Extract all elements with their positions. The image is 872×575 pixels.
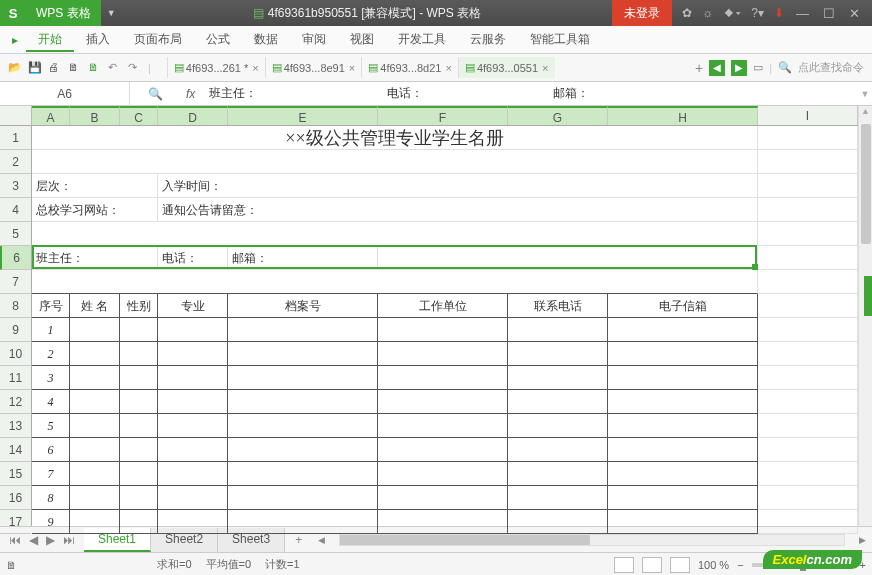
save-icon[interactable]: 💾 bbox=[28, 61, 42, 75]
col-header-I[interactable]: I bbox=[758, 106, 858, 125]
tab-prev-button[interactable]: ◀ bbox=[709, 60, 725, 76]
cell[interactable] bbox=[120, 438, 158, 462]
select-all-corner[interactable] bbox=[0, 106, 32, 126]
cell[interactable] bbox=[508, 366, 608, 390]
tab-list-button[interactable]: ▭ bbox=[753, 61, 763, 74]
cell[interactable] bbox=[158, 342, 228, 366]
cell[interactable] bbox=[228, 414, 378, 438]
sheet-split-icon[interactable]: ◀ bbox=[312, 535, 331, 545]
cell[interactable] bbox=[228, 486, 378, 510]
cell[interactable] bbox=[378, 318, 508, 342]
col-header-A[interactable]: A bbox=[32, 106, 70, 125]
cell[interactable] bbox=[508, 486, 608, 510]
redo-icon[interactable]: ↷ bbox=[128, 61, 142, 75]
doc-tab-close-icon[interactable]: × bbox=[349, 62, 355, 74]
menu-tab-3[interactable]: 公式 bbox=[194, 28, 242, 50]
cell[interactable] bbox=[508, 510, 608, 534]
menu-tab-7[interactable]: 开发工具 bbox=[386, 28, 458, 50]
row-header-5[interactable]: 5 bbox=[0, 222, 31, 246]
row-header-7[interactable]: 7 bbox=[0, 270, 31, 294]
cell[interactable]: 9 bbox=[32, 510, 70, 534]
export-icon[interactable]: 🗎 bbox=[88, 61, 102, 75]
skin-icon[interactable]: ✿ bbox=[682, 6, 692, 20]
cell[interactable] bbox=[758, 414, 858, 438]
name-box[interactable]: A6 bbox=[0, 82, 130, 106]
doc-tab-2[interactable]: ▤4f693...8d21× bbox=[361, 57, 458, 78]
cell[interactable]: 7 bbox=[32, 462, 70, 486]
wps-menu-icon[interactable]: ▸ bbox=[6, 33, 24, 47]
cell[interactable] bbox=[228, 366, 378, 390]
zoom-out-button[interactable]: − bbox=[737, 559, 743, 571]
maximize-button[interactable]: ☐ bbox=[821, 6, 837, 21]
cell[interactable] bbox=[158, 486, 228, 510]
cell[interactable] bbox=[70, 318, 120, 342]
col-header-C[interactable]: C bbox=[120, 106, 158, 125]
cell[interactable]: 8 bbox=[32, 486, 70, 510]
cell[interactable]: 总校学习网站： bbox=[32, 198, 158, 222]
row-header-17[interactable]: 17 bbox=[0, 510, 31, 534]
share-icon[interactable]: ⯁▾ bbox=[723, 6, 741, 20]
cell[interactable] bbox=[758, 366, 858, 390]
cell[interactable] bbox=[378, 414, 508, 438]
cell[interactable] bbox=[758, 246, 858, 270]
cell[interactable] bbox=[228, 510, 378, 534]
cell[interactable] bbox=[758, 126, 858, 150]
col-header-G[interactable]: G bbox=[508, 106, 608, 125]
horizontal-scrollbar[interactable] bbox=[339, 534, 845, 546]
cell[interactable] bbox=[228, 342, 378, 366]
menu-tab-4[interactable]: 数据 bbox=[242, 28, 290, 50]
cell[interactable]: 入学时间： bbox=[158, 174, 758, 198]
cell[interactable] bbox=[70, 366, 120, 390]
cell[interactable] bbox=[608, 486, 758, 510]
cell[interactable]: 通知公告请留意： bbox=[158, 198, 758, 222]
search-icon[interactable]: 🔍 bbox=[778, 61, 792, 74]
update-icon[interactable]: ⬇ bbox=[774, 6, 784, 20]
cells-area[interactable]: ××级公共管理专业学生名册层次：入学时间：总校学习网站：通知公告请留意：班主任：… bbox=[32, 126, 858, 526]
cell[interactable] bbox=[158, 318, 228, 342]
cell[interactable] bbox=[120, 390, 158, 414]
cell[interactable] bbox=[378, 342, 508, 366]
col-header-F[interactable]: F bbox=[378, 106, 508, 125]
cell[interactable] bbox=[120, 462, 158, 486]
cell[interactable]: 4 bbox=[32, 390, 70, 414]
cell[interactable]: 联系电话 bbox=[508, 294, 608, 318]
cell[interactable] bbox=[158, 390, 228, 414]
cell[interactable] bbox=[758, 510, 858, 534]
cell[interactable] bbox=[378, 462, 508, 486]
cell[interactable] bbox=[70, 390, 120, 414]
cell[interactable]: 性别 bbox=[120, 294, 158, 318]
cell[interactable] bbox=[508, 414, 608, 438]
cell[interactable] bbox=[508, 318, 608, 342]
cell[interactable] bbox=[758, 294, 858, 318]
row-header-1[interactable]: 1 bbox=[0, 126, 31, 150]
row-header-4[interactable]: 4 bbox=[0, 198, 31, 222]
cell[interactable] bbox=[120, 366, 158, 390]
cell[interactable] bbox=[70, 414, 120, 438]
hscroll-thumb[interactable] bbox=[340, 535, 590, 545]
view-normal-icon[interactable] bbox=[614, 557, 634, 573]
row-header-16[interactable]: 16 bbox=[0, 486, 31, 510]
cell[interactable] bbox=[158, 510, 228, 534]
col-header-H[interactable]: H bbox=[608, 106, 758, 125]
cell[interactable] bbox=[608, 390, 758, 414]
cell[interactable] bbox=[228, 438, 378, 462]
row-headers[interactable]: 1234567891011121314151617 bbox=[0, 126, 32, 526]
fx-icon[interactable]: fx bbox=[180, 87, 201, 101]
help-icon[interactable]: ?▾ bbox=[751, 6, 764, 20]
cell[interactable] bbox=[120, 342, 158, 366]
doc-map-icon[interactable]: 🗎 bbox=[6, 559, 17, 571]
cell[interactable]: 电子信箱 bbox=[608, 294, 758, 318]
open-icon[interactable]: 📂 bbox=[8, 61, 22, 75]
row-header-12[interactable]: 12 bbox=[0, 390, 31, 414]
cell[interactable] bbox=[508, 390, 608, 414]
row-header-14[interactable]: 14 bbox=[0, 438, 31, 462]
col-header-D[interactable]: D bbox=[158, 106, 228, 125]
cell[interactable] bbox=[70, 438, 120, 462]
print-icon[interactable]: 🖨 bbox=[48, 61, 62, 75]
row-header-15[interactable]: 15 bbox=[0, 462, 31, 486]
cell[interactable] bbox=[120, 318, 158, 342]
cell[interactable]: 层次： bbox=[32, 174, 158, 198]
cell[interactable] bbox=[758, 222, 858, 246]
cell[interactable] bbox=[758, 150, 858, 174]
column-headers[interactable]: ABCDEFGHI bbox=[32, 106, 858, 126]
